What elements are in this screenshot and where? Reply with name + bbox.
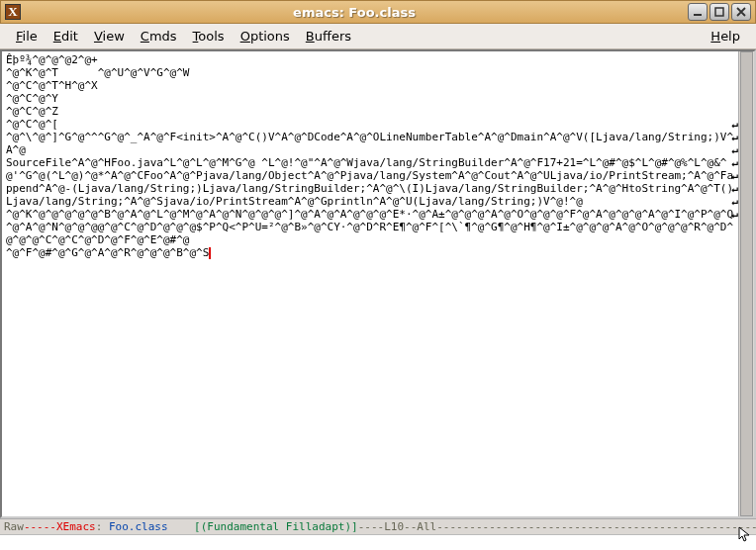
menu-help[interactable]: Help <box>703 26 748 46</box>
mode-editor-name: XEmacs <box>56 519 96 534</box>
line-wrap-indicator: ↵ <box>731 118 738 131</box>
mode-dashes: ----- <box>24 519 56 534</box>
line-wrap-indicator: ↵ <box>731 156 738 169</box>
minimize-button[interactable] <box>688 3 708 21</box>
window-controls <box>688 3 751 21</box>
scrollbar[interactable] <box>738 51 754 516</box>
svg-rect-0 <box>694 14 702 16</box>
line-wrap-indicator: ↵ <box>731 169 738 182</box>
minibuffer[interactable] <box>0 534 756 550</box>
window: X emacs: Foo.class File Edit View Cmds T… <box>0 0 756 550</box>
mode-sep: : <box>96 519 109 534</box>
content-area: Êþº¾^@^@^@2^@+ ^@^K^@^T ^@^U^@^V^G^@^W ^… <box>0 49 756 518</box>
menu-view[interactable]: View <box>86 26 133 46</box>
scroll-thumb[interactable] <box>740 51 753 516</box>
menu-cmds[interactable]: Cmds <box>133 26 185 46</box>
line-wrap-indicator: ↵ <box>731 195 738 208</box>
mode-major-modes: [(Fundamental Filladapt)] <box>194 519 358 534</box>
mode-spaces <box>168 519 195 534</box>
menu-options[interactable]: Options <box>233 26 298 46</box>
line-wrap-indicator: ↵ <box>731 182 738 195</box>
menu-edit[interactable]: Edit <box>46 26 86 46</box>
app-icon: X <box>5 4 21 20</box>
mode-coding-prefix: Raw <box>4 519 24 534</box>
mode-line: Raw-----XEmacs: Foo.class [(Fundamental … <box>0 518 756 534</box>
mode-file-name: Foo.class <box>109 519 168 534</box>
line-wrap-indicator: ↵ <box>731 143 738 156</box>
line-wrap-indicator: ↵ <box>731 131 738 143</box>
menu-file[interactable]: File <box>8 26 46 46</box>
title-bar[interactable]: X emacs: Foo.class <box>0 0 756 24</box>
menu-tools[interactable]: Tools <box>185 26 233 46</box>
maximize-button[interactable] <box>709 3 729 21</box>
svg-rect-1 <box>715 8 723 16</box>
mode-suffix: ----L10--All----------------------------… <box>358 519 756 534</box>
menu-buffers[interactable]: Buffers <box>298 26 359 46</box>
text-buffer[interactable]: Êþº¾^@^@^@2^@+ ^@^K^@^T ^@^U^@^V^G^@^W ^… <box>2 51 738 516</box>
close-button[interactable] <box>731 3 751 21</box>
window-title: emacs: Foo.class <box>25 5 684 20</box>
menu-bar: File Edit View Cmds Tools Options Buffer… <box>0 24 756 49</box>
line-wrap-indicator: ↵ <box>731 208 738 221</box>
